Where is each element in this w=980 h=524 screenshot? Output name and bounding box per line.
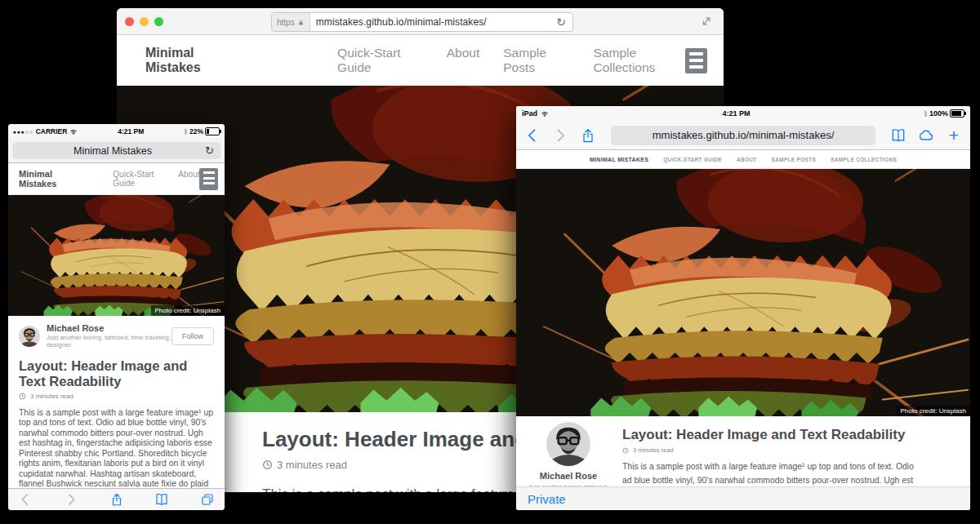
share-icon[interactable]	[109, 492, 124, 507]
icloud-tabs-icon[interactable]	[918, 127, 934, 144]
photo-credit-badge: Photo credit: Unsplash	[151, 305, 225, 316]
refresh-icon[interactable]: ↻	[550, 16, 572, 29]
ipad-site-nav: MINIMAL MISTAKES QUICK-START GUIDE ABOUT…	[516, 150, 970, 169]
menu-toggle-button[interactable]	[685, 48, 707, 73]
read-time: 3 minutes read	[633, 446, 674, 454]
nav-item-about[interactable]: ABOUT	[737, 157, 757, 162]
nav-item-quick-start-guide[interactable]: Quick-Start Guide	[337, 46, 423, 75]
refresh-icon[interactable]: ↻	[198, 144, 220, 157]
ipad-status-bar: iPad 4:21 PM ᛒ 100%	[516, 106, 970, 121]
clock-icon	[622, 447, 629, 454]
lock-icon	[297, 19, 305, 26]
wifi-icon	[69, 128, 78, 135]
forward-button[interactable]	[552, 127, 568, 144]
bookmarks-icon[interactable]	[890, 127, 906, 144]
nav-item-sample-collections[interactable]: Sample Collections	[594, 46, 686, 75]
iphone-safari-window: ●●●○○ CARRIER 4:21 PM ᛒ 22% Minimal Mist…	[8, 124, 225, 510]
iphone-article: Michael Rose Just another boring, tattoo…	[8, 316, 225, 510]
iphone-safari-chrome: Minimal Mistakes ↻	[8, 139, 225, 163]
bookmarks-icon[interactable]	[154, 492, 169, 507]
ipad-safari-toolbar: mmistakes.github.io/minimal-mistakes/ +	[516, 121, 970, 150]
nav-item-sample-posts[interactable]: Sample Posts	[503, 46, 569, 75]
zoom-window-button[interactable]	[154, 17, 163, 26]
desktop-browser-toolbar: https mmistakes.github.io/minimal-mistak…	[117, 8, 724, 35]
tabs-icon[interactable]	[200, 492, 215, 507]
device-label: iPad	[522, 109, 537, 118]
site-brand[interactable]: Minimal Mistakes	[19, 169, 82, 189]
address-bar[interactable]: mmistakes.github.io/minimal-mistakes/	[611, 126, 875, 145]
bluetooth-icon: ᛒ	[184, 128, 188, 135]
new-tab-button[interactable]: +	[946, 127, 962, 144]
back-button[interactable]	[524, 127, 541, 144]
site-brand[interactable]: Minimal Mistakes	[145, 46, 241, 75]
status-time: 4:21 PM	[549, 109, 924, 118]
minimize-window-button[interactable]	[140, 17, 149, 26]
battery-icon	[205, 127, 220, 135]
post-title: Layout: Header Image and Text Readabilit…	[622, 427, 916, 443]
nav-item-sample-posts[interactable]: SAMPLE POSTS	[772, 157, 817, 162]
menu-toggle-button[interactable]	[199, 168, 218, 190]
iphone-safari-toolbar	[8, 488, 225, 510]
post-meta: 3 minutes read	[622, 446, 916, 454]
address-bar[interactable]: https mmistakes.github.io/minimal-mistak…	[271, 12, 573, 32]
url-text[interactable]: mmistakes.github.io/minimal-mistakes/	[310, 16, 550, 28]
post-title: Layout: Header Image and Text Readabilit…	[19, 358, 214, 389]
url-text[interactable]: Minimal Mistakes	[12, 145, 198, 157]
nav-item-about[interactable]: About	[178, 170, 199, 188]
address-bar[interactable]: Minimal Mistakes ↻	[12, 142, 220, 159]
https-badge: https	[272, 13, 310, 31]
desktop-site-nav: Minimal Mistakes Quick-Start Guide About…	[117, 35, 724, 86]
author-name: Michael Rose	[516, 471, 621, 481]
status-time: 4:21 PM	[78, 127, 184, 135]
private-button[interactable]: Private	[528, 492, 566, 506]
nav-item-about[interactable]: About	[447, 46, 480, 75]
iphone-status-bar: ●●●○○ CARRIER 4:21 PM ᛒ 22%	[8, 124, 225, 139]
nav-item-quick-start-guide[interactable]: Quick-Start Guide	[113, 170, 164, 188]
window-controls[interactable]	[125, 17, 163, 26]
fullscreen-icon[interactable]	[699, 14, 714, 29]
leaves-photo	[8, 195, 225, 316]
avatar	[546, 422, 590, 466]
author-bio: Just another boring, tattooed, time trav…	[47, 334, 172, 349]
carrier-label: CARRIER	[36, 127, 68, 135]
author-row: Michael Rose Just another boring, tattoo…	[19, 323, 214, 349]
avatar	[19, 326, 40, 347]
post-meta: 3 minutes read	[19, 393, 214, 400]
header-image: Photo credit: Unsplash	[516, 169, 970, 416]
share-icon[interactable]	[580, 127, 596, 144]
forward-button[interactable]	[64, 492, 78, 507]
iphone-site-nav: Minimal Mistakes Quick-Start Guide About	[8, 163, 225, 195]
wifi-icon	[541, 110, 549, 118]
site-brand[interactable]: MINIMAL MISTAKES	[590, 157, 648, 162]
private-browsing-bar: Private	[516, 486, 970, 510]
follow-button[interactable]: Follow	[172, 327, 214, 345]
url-text[interactable]: mmistakes.github.io/minimal-mistakes/	[653, 129, 835, 141]
promo-canvas: https mmistakes.github.io/minimal-mistak…	[0, 0, 980, 524]
battery-icon	[950, 109, 964, 118]
nav-item-sample-collections[interactable]: SAMPLE COLLECTIONS	[831, 157, 897, 162]
leaves-photo	[516, 169, 970, 416]
photo-credit-badge: Photo credit: Unsplash	[897, 406, 971, 416]
https-label: https	[277, 18, 295, 27]
back-button[interactable]	[18, 492, 33, 507]
read-time: 3 minutes read	[277, 459, 347, 471]
author-name: Michael Rose	[47, 323, 172, 333]
clock-icon	[262, 460, 273, 470]
clock-icon	[19, 393, 26, 400]
signal-strength-icon: ●●●○○	[13, 129, 33, 135]
battery-percent: 100%	[929, 109, 948, 118]
bluetooth-icon: ᛒ	[924, 110, 928, 118]
ipad-safari-window: iPad 4:21 PM ᛒ 100% mmistakes.github.io/…	[516, 106, 970, 510]
close-window-button[interactable]	[125, 17, 134, 26]
nav-item-quick-start-guide[interactable]: QUICK-START GUIDE	[663, 157, 722, 162]
read-time: 3 minutes read	[30, 393, 74, 400]
battery-percent: 22%	[189, 127, 203, 135]
header-image: Photo credit: Unsplash	[8, 195, 225, 316]
